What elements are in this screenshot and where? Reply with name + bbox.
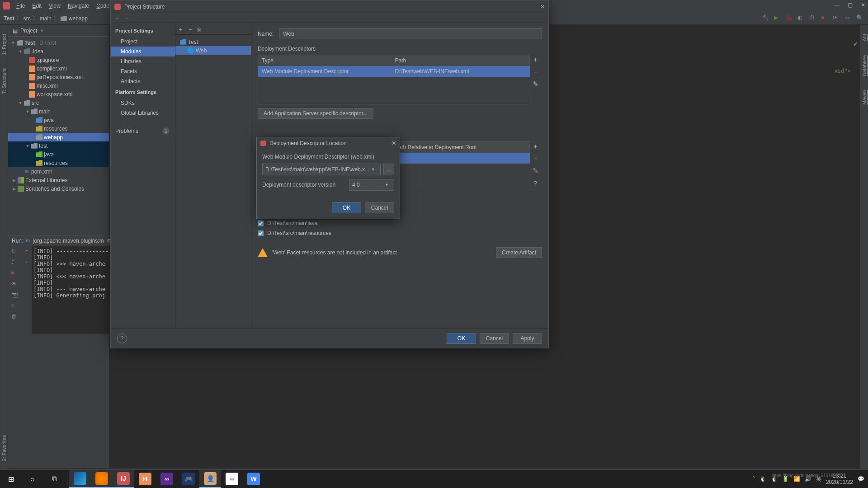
- toggle-view-icon[interactable]: 👁: [11, 281, 19, 288]
- close-window-icon[interactable]: ✕: [861, 2, 865, 8]
- create-artifact-button[interactable]: Create Artifact: [496, 247, 542, 258]
- nav-back-icon[interactable]: ←: [114, 15, 120, 21]
- search-everywhere-icon[interactable]: 🔍: [856, 14, 864, 23]
- taskbar-app-cloud[interactable]: ∞: [221, 470, 243, 488]
- maven-icon: m: [24, 169, 30, 175]
- descriptors-table[interactable]: Type Path Web Module Deployment Descript…: [258, 55, 530, 104]
- item-modules[interactable]: Modules: [111, 47, 175, 56]
- sidetab-project[interactable]: 1: Project: [1, 34, 7, 55]
- start-button[interactable]: ⊞: [0, 470, 22, 488]
- restore-layout-icon[interactable]: ⎌: [11, 302, 19, 310]
- sidetab-favorites[interactable]: 2: Favorites: [1, 435, 7, 461]
- taskbar-app-intellij[interactable]: IJ: [113, 470, 134, 488]
- ok-button[interactable]: OK: [447, 333, 476, 344]
- taskbar-app-edge[interactable]: [69, 470, 91, 488]
- module-web[interactable]: 🌐Web: [175, 46, 251, 55]
- stop-icon[interactable]: ■: [11, 270, 19, 277]
- menu-view[interactable]: View: [45, 1, 64, 10]
- dialog-close-icon[interactable]: ×: [541, 3, 545, 11]
- menu-navigate[interactable]: Navigate: [64, 1, 93, 10]
- item-project[interactable]: Project: [111, 37, 175, 47]
- browse-button[interactable]: …: [383, 164, 394, 175]
- apply-button[interactable]: Apply: [513, 333, 542, 344]
- sidetab-structure[interactable]: 7: Structure: [1, 68, 7, 94]
- copy-module-icon[interactable]: ⎘: [198, 27, 201, 33]
- profile-icon[interactable]: ⏱: [809, 14, 817, 23]
- chevron-down-icon[interactable]: ▼: [382, 183, 391, 187]
- remove-resource-icon[interactable]: －: [530, 154, 540, 164]
- coverage-icon[interactable]: ◐: [797, 14, 806, 23]
- item-problems[interactable]: Problems 1: [111, 125, 175, 137]
- tray-icon[interactable]: 🐧: [760, 476, 766, 482]
- minimize-window-icon[interactable]: —: [834, 2, 840, 8]
- item-artifacts[interactable]: Artifacts: [111, 76, 175, 86]
- source-root-item[interactable]: D:\Test\src\main\java: [258, 220, 542, 226]
- taskbar-app-h[interactable]: H: [134, 470, 156, 488]
- source-root-checkbox[interactable]: [258, 230, 264, 236]
- project-view-label[interactable]: Project: [20, 28, 37, 34]
- table-row[interactable]: Web Module Deployment Descriptor D:\Test…: [258, 66, 530, 77]
- build-icon[interactable]: 🔨: [762, 14, 770, 23]
- add-resource-icon[interactable]: ＋: [530, 141, 540, 151]
- descriptor-version-combo[interactable]: 4.0 ▼: [349, 179, 394, 191]
- dialog-close-icon[interactable]: ×: [392, 139, 396, 147]
- remove-module-icon[interactable]: －: [188, 26, 193, 33]
- descriptor-path-combo[interactable]: D:\Test\src\main\webapp\WEB-INF\web.x ▼: [262, 164, 381, 175]
- taskbar-app-game[interactable]: 🎮: [178, 470, 199, 488]
- scroll-down-icon[interactable]: ↓: [25, 258, 28, 264]
- add-descriptor-icon[interactable]: ＋: [530, 55, 540, 65]
- add-module-icon[interactable]: ＋: [178, 26, 183, 33]
- taskbar-app-wps[interactable]: W: [243, 470, 264, 488]
- rerun-icon[interactable]: ↻: [11, 248, 19, 255]
- taskbar-app-avatar[interactable]: 👤: [199, 470, 221, 488]
- crumb-main[interactable]: main: [40, 15, 52, 22]
- chevron-down-icon[interactable]: ▼: [368, 167, 377, 172]
- item-sdks[interactable]: SDKs: [111, 98, 175, 108]
- tray-chevron-up-icon[interactable]: ˄: [752, 476, 755, 482]
- crumb-src[interactable]: src: [24, 15, 31, 22]
- taskbar-app-vs[interactable]: ∞: [156, 470, 178, 488]
- ok-button[interactable]: OK: [332, 202, 361, 213]
- taskbar-app-firefox[interactable]: [91, 470, 113, 488]
- run-icon[interactable]: ▶: [774, 14, 782, 23]
- item-global-libraries[interactable]: Global Libraries: [111, 108, 175, 118]
- sidetab-database[interactable]: Database: [862, 55, 867, 76]
- remove-descriptor-icon[interactable]: －: [530, 67, 540, 77]
- item-libraries[interactable]: Libraries: [111, 56, 175, 66]
- sidetab-maven[interactable]: Maven: [862, 90, 867, 105]
- add-server-descriptor-button[interactable]: Add Application Server specific descript…: [258, 108, 373, 119]
- menu-edit[interactable]: Edit: [28, 1, 45, 10]
- debug-icon[interactable]: 🐞: [786, 14, 794, 23]
- menu-file[interactable]: FFileile: [13, 1, 28, 10]
- crumb-webapp[interactable]: webapp: [61, 15, 88, 22]
- update-icon[interactable]: ⟳: [833, 14, 841, 23]
- scroll-up-icon[interactable]: ↑: [25, 248, 28, 254]
- edit-resource-icon[interactable]: ✎: [530, 166, 540, 176]
- trash-icon[interactable]: 🗑: [11, 313, 19, 320]
- help-resource-icon[interactable]: ?: [530, 178, 540, 188]
- cancel-button[interactable]: Cancel: [365, 202, 394, 213]
- maximize-window-icon[interactable]: ▢: [848, 2, 853, 8]
- layout-icon[interactable]: ▭: [844, 14, 853, 23]
- run-config-name[interactable]: [org.apache.maven.plugins:m: [33, 238, 104, 244]
- task-view-icon[interactable]: ⧉: [43, 470, 65, 488]
- nav-forward-icon[interactable]: →: [124, 15, 130, 21]
- help-icon[interactable]: ?: [117, 333, 127, 343]
- notification-icon[interactable]: 💬: [858, 476, 864, 482]
- edit-descriptor-icon[interactable]: ✎: [530, 79, 540, 89]
- stop-icon[interactable]: ■: [821, 14, 829, 23]
- debug-attach-icon[interactable]: ⤴: [11, 259, 19, 266]
- source-root-item[interactable]: D:\Test\src\main\resources: [258, 230, 542, 236]
- source-root-checkbox[interactable]: [258, 221, 264, 226]
- sidetab-ant[interactable]: Ant: [862, 34, 867, 42]
- console-output[interactable]: [INFO] ------------------ [INFO] [INFO] …: [32, 246, 109, 334]
- search-icon[interactable]: ⌕: [22, 470, 43, 488]
- crumb-root[interactable]: Test: [4, 15, 14, 22]
- cancel-button[interactable]: Cancel: [480, 333, 509, 344]
- item-facets[interactable]: Facets: [111, 66, 175, 76]
- dump-icon[interactable]: 📷: [11, 291, 19, 299]
- module-name-input[interactable]: [279, 28, 542, 39]
- project-view-dropdown-icon[interactable]: ▼: [40, 28, 44, 33]
- module-root[interactable]: Test: [175, 38, 251, 46]
- folder-icon: [31, 108, 38, 115]
